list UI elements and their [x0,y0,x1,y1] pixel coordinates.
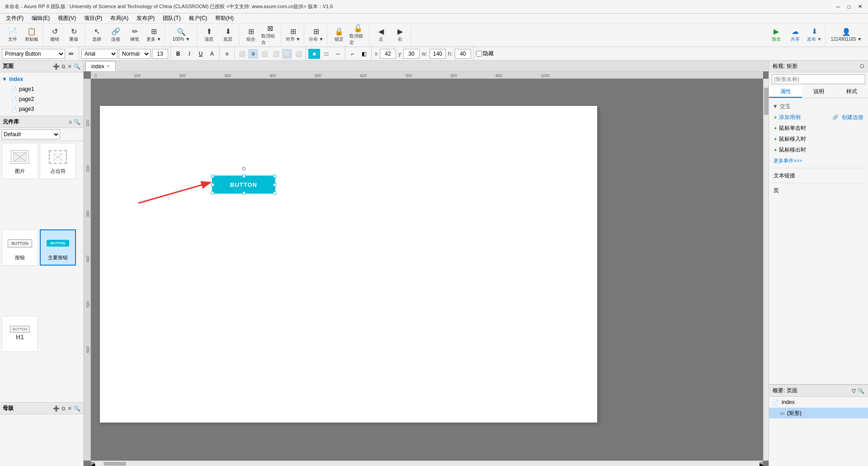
masters-add-icon[interactable]: ➕ [53,405,60,412]
outline-search-icon[interactable]: 🔍 [858,388,864,394]
tab-style[interactable]: 样式 [835,86,868,98]
handle-middle-right[interactable] [273,183,276,186]
toolbar-unlock-btn[interactable]: 🔓 取消锁定 [349,27,367,44]
pages-delete-icon[interactable]: ✕ [67,63,72,70]
outline-rect[interactable]: ▭ (矩形) [769,408,868,418]
toolbar-redo-btn[interactable]: ↻ 重做 [65,27,83,44]
h-scroll-arrow-right[interactable]: ▶ [760,462,763,466]
handle-top-center[interactable] [242,175,245,178]
menu-edit[interactable]: 编辑(E) [28,14,53,23]
toolbar-select-btn[interactable]: ↖ 选择 [88,27,106,44]
handle-top-left[interactable] [211,175,214,178]
align-center-btn[interactable]: ≡ [248,49,258,59]
minimize-button[interactable]: ─ [835,3,842,10]
edit-style-btn[interactable]: ✏ [66,49,76,59]
align-right-btn[interactable]: ⬜ [259,49,269,59]
create-link-link[interactable]: 创建连接 [842,114,863,121]
shape-name-input[interactable] [772,74,865,84]
close-button[interactable]: ✕ [856,3,863,10]
handle-bottom-left[interactable] [211,191,214,195]
more-events-link[interactable]: 更多事件>>> [774,157,802,164]
masters-delete-icon[interactable]: ✕ [67,405,72,412]
toolbar-share-btn[interactable]: ☁ 共享 [786,27,804,44]
font-family-select[interactable]: Arial [81,49,118,59]
toolbar-lock-btn[interactable]: 🔒 锁定 [330,27,348,44]
menu-publish[interactable]: 发布(P) [133,14,158,23]
italic-btn[interactable]: I [184,49,194,59]
toolbar-distribute-btn[interactable]: ⊞ 分布 ▼ [307,27,325,44]
page-root-index[interactable]: ▼ index [0,74,83,84]
page-item-page1[interactable]: 📄 page1 [0,84,83,94]
y-input[interactable] [403,49,420,59]
page-item-page3[interactable]: 📄 page3 [0,104,83,114]
rotation-handle[interactable] [241,166,246,171]
font-style-select[interactable]: Normal [119,49,151,59]
pages-search-icon[interactable]: 🔍 [74,63,80,70]
pages-add-icon[interactable]: ➕ [53,63,60,70]
right-panel-expand-btn[interactable]: ⬡ [860,63,864,69]
handle-top-right[interactable] [273,175,276,178]
toolbar-publish-btn[interactable]: ⬇ 发布 ▼ [805,27,823,44]
menu-file[interactable]: 文件(F) [2,14,27,23]
tab-notes[interactable]: 说明 [802,86,835,98]
horizontal-scrollbar[interactable]: ◀ ▶ [91,461,763,466]
h-input[interactable] [455,49,471,59]
toolbar-bottom-btn[interactable]: ⬇ 底层 [219,27,237,44]
font-size-input[interactable] [152,49,168,59]
font-color-btn[interactable]: A [207,49,217,59]
h-scroll-thumb[interactable] [104,462,126,466]
v-scroll-thumb[interactable] [764,88,769,115]
toolbar-clipboard-btn[interactable]: 📋 剪贴板 [23,27,41,44]
maximize-button[interactable]: □ [845,3,853,10]
w-input[interactable] [429,49,446,59]
comp-search-icon[interactable]: 🔍 [74,119,80,125]
component-image[interactable]: 图片 [2,143,38,179]
toolbar-connect-btn[interactable]: 🔗 连接 [107,27,125,44]
handle-middle-left[interactable] [211,183,214,186]
toolbar-pen-btn[interactable]: ✏ 钢笔 [126,27,144,44]
component-style-select[interactable]: Primary Button [2,49,65,59]
tab-close-icon[interactable]: ✕ [106,64,110,69]
x-input[interactable] [380,49,396,59]
menu-help[interactable]: 帮助(H) [212,14,237,23]
menu-project[interactable]: 项目(P) [80,14,106,23]
handle-bottom-center[interactable] [242,191,245,195]
toolbar-right-btn[interactable]: ▶ 右 [391,27,409,44]
toolbar-group-btn[interactable]: ⊞ 组合 [242,27,260,44]
pages-duplicate-icon[interactable]: ⧉ [61,63,66,70]
align-left-btn[interactable]: ⬜ [237,49,247,59]
canvas-button-widget[interactable]: BUTTON [212,176,275,194]
toolbar-zoom-btn[interactable]: 🔍 100% ▼ [168,27,195,44]
toolbar-user-btn[interactable]: 👤 1214901165 ▼ [828,27,864,44]
line-style-btn[interactable]: ─ [333,49,343,59]
underline-btn[interactable]: U [196,49,206,59]
hidden-checkbox[interactable] [476,51,482,57]
masters-search-icon[interactable]: 🔍 [74,405,80,412]
page-item-page2[interactable]: 📄 page2 [0,94,83,104]
outline-filter-icon[interactable]: ▽ [852,388,856,394]
toolbar-more-btn[interactable]: ⊞ 更多 ▼ [145,27,163,44]
add-case-link[interactable]: 添加用例 [779,114,801,121]
menu-team[interactable]: 团队(T) [159,14,184,23]
toolbar-undo-btn[interactable]: ↺ 撤销 [46,27,64,44]
comp-list-icon[interactable]: ≡ [69,119,72,125]
menu-view[interactable]: 视图(V) [54,14,80,23]
toolbar-new-btn[interactable]: 📄 文件 [4,27,22,44]
component-primary-button[interactable]: BUTTON 主要按钮 [40,229,76,266]
corner-btn[interactable]: ⌐ [348,49,358,59]
handle-bottom-right[interactable] [273,191,276,195]
fill-color-btn[interactable]: ■ [308,49,320,59]
canvas-viewport[interactable]: BUTTON [91,79,763,461]
outline-index[interactable]: 📄 index [769,397,868,408]
border-color-btn[interactable]: □ [321,49,331,59]
list-btn[interactable]: ≡ [222,49,232,59]
toolbar-top-btn[interactable]: ⬆ 顶层 [200,27,218,44]
align-middle-btn[interactable]: ⬜ [282,49,292,59]
tab-properties[interactable]: 属性 [769,86,802,98]
align-top-btn[interactable]: ⬜ [271,49,281,59]
toolbar-left-btn[interactable]: ◀ 左 [372,27,390,44]
masters-duplicate-icon[interactable]: ⧉ [61,405,66,412]
menu-layout[interactable]: 布局(A) [107,14,132,23]
menu-account[interactable]: 账户(C) [185,14,211,23]
align-bottom-btn[interactable]: ⬜ [293,49,303,59]
